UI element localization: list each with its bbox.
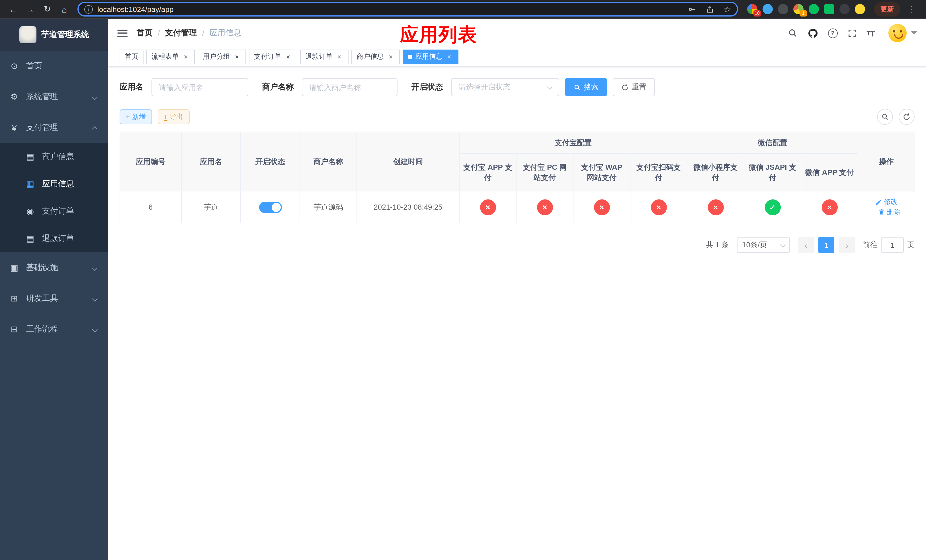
add-button[interactable]: + 新增 (120, 109, 152, 124)
close-icon[interactable]: × (233, 53, 241, 61)
search-icon[interactable] (787, 28, 797, 38)
font-size-icon[interactable]: TT (867, 28, 875, 38)
bookmark-star-icon[interactable]: ☆ (723, 4, 731, 15)
group-header-wechat: 微信配置 (687, 132, 858, 153)
tab-home[interactable]: 首页 (120, 49, 144, 64)
close-icon[interactable]: × (336, 53, 343, 61)
sidebar-item-merchant-info[interactable]: ▤ 商户信息 (0, 143, 108, 170)
sidebar-item-workflow[interactable]: ⊟ 工作流程 (0, 314, 108, 345)
tab-user-group[interactable]: 用户分组 × (198, 49, 246, 64)
tab-flow-form[interactable]: 流程表单 × (146, 49, 195, 64)
sidebar-item-pay-order[interactable]: ◉ 支付订单 (0, 198, 108, 225)
search-icon (573, 83, 581, 91)
extension-icon-4[interactable]: 1 (793, 4, 803, 14)
wx-app-status-icon: × (822, 199, 837, 215)
address-bar[interactable]: i localhost:1024/pay/app ☆ (77, 2, 738, 17)
prev-page-button[interactable]: ‹ (798, 237, 814, 253)
chevron-down-icon (92, 94, 98, 100)
refresh-icon (621, 83, 629, 91)
cell-created-time: 2021-10-23 08:49:25 (357, 191, 459, 223)
edit-link[interactable]: 修改 (875, 197, 897, 207)
sidebar-logo[interactable]: 芋道管理系统 (0, 19, 108, 51)
col-header-wx-jsapi: 微信 JSAPI 支付 (744, 153, 801, 191)
url-text: localhost:1024/pay/app (97, 5, 679, 14)
chevron-down-icon (92, 265, 98, 271)
extension-badge: 1 (800, 10, 807, 17)
logo-image (19, 26, 36, 43)
sidebar-item-payment[interactable]: ¥ 支付管理 (0, 112, 108, 143)
next-page-button[interactable]: › (839, 237, 855, 253)
help-icon[interactable]: ? (828, 28, 837, 38)
enabled-toggle[interactable] (259, 201, 281, 213)
close-icon[interactable]: × (182, 53, 190, 61)
plus-icon: + (126, 113, 130, 121)
app-name-input[interactable] (151, 78, 248, 96)
breadcrumb-payment[interactable]: 支付管理 (165, 28, 197, 38)
export-button[interactable]: ↓ 导出 (158, 109, 189, 124)
reset-button[interactable]: 重置 (613, 78, 655, 96)
key-icon[interactable] (688, 5, 696, 14)
viewport: ← → ↻ ⌂ i localhost:1024/pay/app ☆ 10 1 … (0, 0, 926, 560)
extension-icon-1[interactable]: 10 (747, 4, 757, 14)
alipay-qr-status-icon: × (651, 199, 667, 215)
sidebar-item-home[interactable]: ⊙ 首页 (0, 51, 108, 82)
breadcrumb-home[interactable]: 首页 (137, 28, 153, 38)
col-header-alipay-app: 支付宝 APP 支付 (459, 153, 516, 191)
document-icon: ▤ (25, 233, 35, 244)
total-count: 共 1 条 (706, 240, 729, 250)
status-select[interactable]: 请选择开启状态 (451, 78, 559, 96)
sidebar-item-app-info[interactable]: ▦ 应用信息 (0, 170, 108, 198)
trash-icon (878, 209, 885, 215)
wx-jsapi-status-icon: ✓ (764, 199, 781, 215)
back-icon[interactable]: ← (6, 2, 21, 17)
goto-page-input[interactable] (881, 237, 904, 253)
user-menu[interactable] (888, 24, 917, 42)
merchant-name-input[interactable] (302, 78, 398, 96)
extension-icon-3[interactable] (778, 4, 788, 14)
sidebar-collapse-icon[interactable] (117, 29, 127, 37)
tab-app-info[interactable]: 应用信息 × (402, 49, 458, 64)
table-toolbar: + 新增 ↓ 导出 (120, 109, 915, 125)
close-icon[interactable]: × (445, 53, 453, 61)
share-icon[interactable] (705, 5, 714, 14)
search-button[interactable]: 搜索 (565, 78, 607, 96)
toggle-search-button[interactable] (877, 109, 893, 125)
tab-merchant-info[interactable]: 商户信息 × (351, 49, 400, 64)
col-header-alipay-qr: 支付宝扫码支付 (630, 153, 687, 191)
gear-icon: ⚙ (9, 92, 20, 102)
sidebar-item-refund-order[interactable]: ▤ 退款订单 (0, 225, 108, 252)
extension-icon-6[interactable] (824, 4, 834, 14)
server-icon: ▣ (9, 263, 20, 273)
delete-link[interactable]: 删除 (878, 207, 900, 217)
github-icon[interactable] (807, 28, 818, 38)
browser-menu-icon[interactable]: ⋮ (907, 5, 915, 14)
page-title: 应用列表 (400, 22, 477, 48)
chrome-update-button[interactable]: 更新 (874, 2, 900, 16)
table-row: 6 芋道 芋道源码 2021-10-23 08:49:25 × × × × × (120, 191, 915, 223)
home-icon[interactable]: ⌂ (57, 2, 72, 17)
filter-bar: 应用名 商户名称 开启状态 请选择开启状态 (120, 78, 915, 96)
forward-icon[interactable]: → (23, 2, 38, 17)
reload-icon[interactable]: ↻ (40, 2, 54, 17)
refresh-table-button[interactable] (899, 109, 915, 125)
extension-icon-8[interactable] (855, 4, 865, 14)
close-icon[interactable]: × (387, 53, 395, 61)
extension-icon-5[interactable] (809, 4, 819, 14)
extension-icon-2[interactable] (763, 4, 773, 14)
sidebar-item-system[interactable]: ⚙ 系统管理 (0, 82, 108, 112)
dashboard-icon: ⊙ (9, 61, 20, 71)
fullscreen-icon[interactable] (847, 28, 857, 38)
extensions-row: 10 1 (747, 4, 865, 14)
extension-icon-7[interactable] (840, 4, 850, 14)
sidebar-item-devtools[interactable]: ⊞ 研发工具 (0, 283, 108, 314)
status-label: 开启状态 (411, 82, 443, 92)
card-icon: ▤ (25, 151, 35, 162)
close-icon[interactable]: × (284, 53, 292, 61)
app-name-label: 应用名 (120, 82, 144, 92)
tab-pay-order[interactable]: 支付订单 × (249, 49, 297, 64)
site-info-icon[interactable]: i (84, 5, 93, 14)
tab-refund-order[interactable]: 退款订单 × (300, 49, 348, 64)
page-number-1[interactable]: 1 (819, 237, 834, 253)
sidebar-item-infra[interactable]: ▣ 基础设施 (0, 252, 108, 283)
page-size-select[interactable]: 10条/页 (737, 237, 790, 253)
